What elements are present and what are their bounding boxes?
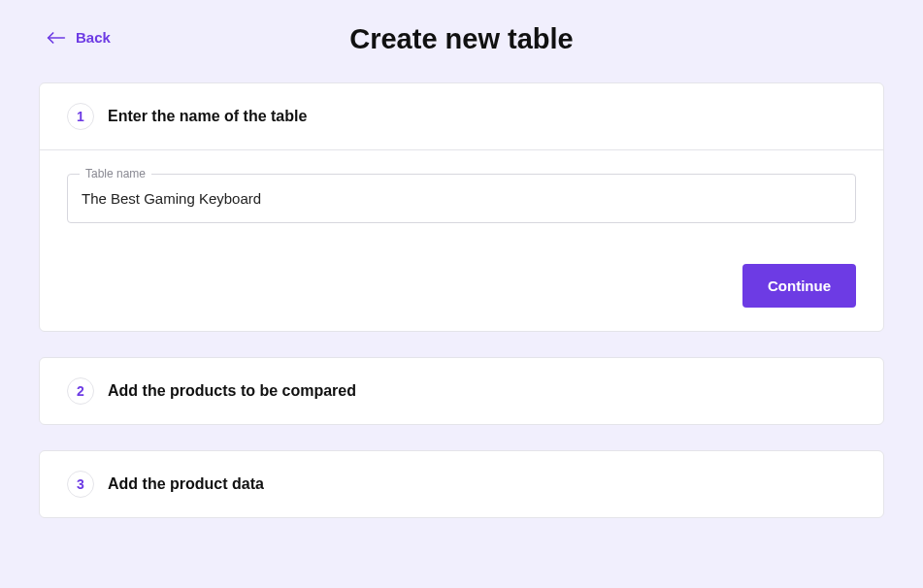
step-card-1: 1 Enter the name of the table Table name…: [39, 82, 884, 332]
step-header[interactable]: 3 Add the product data: [40, 451, 883, 517]
table-name-label: Table name: [80, 167, 151, 180]
table-name-input[interactable]: [68, 175, 855, 222]
step-number-badge: 2: [67, 377, 94, 405]
step-card-2: 2 Add the products to be compared: [39, 357, 884, 425]
arrow-left-icon: [47, 30, 66, 46]
step-footer: Continue: [40, 246, 883, 331]
step-body: Table name: [40, 149, 883, 246]
table-name-field: Table name: [67, 174, 856, 223]
step-number-badge: 1: [67, 103, 94, 130]
step-header[interactable]: 2 Add the products to be compared: [40, 358, 883, 424]
step-card-3: 3 Add the product data: [39, 450, 884, 518]
step-number-badge: 3: [67, 471, 94, 498]
page-header: Back Create new table: [0, 0, 923, 55]
step-header: 1 Enter the name of the table: [40, 83, 883, 149]
back-button[interactable]: Back: [39, 23, 118, 51]
step-title: Add the products to be compared: [108, 382, 356, 400]
continue-button[interactable]: Continue: [742, 264, 856, 308]
back-label: Back: [76, 29, 111, 46]
step-title: Enter the name of the table: [108, 108, 307, 125]
step-title: Add the product data: [108, 475, 264, 493]
page-title: Create new table: [39, 23, 884, 55]
steps-container: 1 Enter the name of the table Table name…: [0, 55, 923, 518]
